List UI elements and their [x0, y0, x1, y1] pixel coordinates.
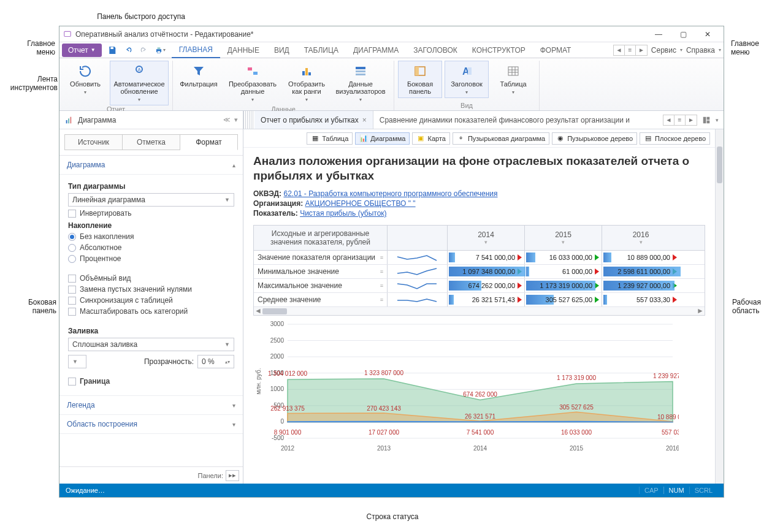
ribbon-filter[interactable]: Фильтрация	[177, 61, 221, 91]
invert-checkbox[interactable]: Инвертировать	[68, 209, 234, 218]
layout-dropdown-icon[interactable]: ▾	[716, 117, 719, 123]
work-vscroll[interactable]	[715, 129, 724, 484]
th-2016[interactable]: 2016▾	[602, 226, 679, 250]
data-cell: 305 527 625,00	[525, 293, 602, 306]
ribbon-refresh[interactable]: Обновить▾	[63, 61, 107, 98]
okved-link[interactable]: 62.01 - Разработка компьютерного програм…	[283, 189, 497, 198]
svg-text:1 323 807 000: 1 323 807 000	[364, 370, 403, 376]
layout-icon[interactable]	[702, 116, 711, 124]
close-button[interactable]: ✕	[695, 26, 720, 42]
tab-header[interactable]: ЗАГОЛОВОК	[406, 42, 464, 58]
save-icon[interactable]	[107, 45, 118, 56]
ribbon-vis-data[interactable]: Данные визуализаторов▾	[331, 61, 390, 105]
app-window: Оперативный анализ отчётности - Редактир…	[59, 26, 724, 498]
panel-menu-icon[interactable]: ▾	[234, 116, 238, 124]
print-icon[interactable]: ▾	[155, 45, 166, 56]
ribbon-auto-refresh[interactable]: AАвтоматическое обновление▾	[110, 61, 169, 105]
okved-key: ОКВЭД:	[253, 189, 281, 198]
sync-table-checkbox[interactable]: Синхронизация с таблицей	[68, 296, 234, 305]
tab-designer[interactable]: КОНСТРУКТОР	[465, 42, 533, 58]
panels-next-button[interactable]: ▸▸	[226, 470, 239, 481]
ribbon-transform[interactable]: Преобразовать данные▾	[223, 61, 282, 105]
vis-bubble-tree[interactable]: ◉Пузырьковое дерево	[552, 132, 637, 145]
minimize-button[interactable]: —	[646, 26, 671, 42]
ribbon-table-view[interactable]: Таблица▾	[491, 61, 535, 98]
close-tab-icon[interactable]: ×	[362, 116, 367, 124]
acc-plot-area[interactable]: Область построения▾	[59, 415, 243, 434]
status-text: Ожидание…	[66, 487, 105, 494]
vis-treemap[interactable]: ▤Плоское дерево	[640, 132, 710, 145]
ribbon-sidepanel[interactable]: Боковая панель	[398, 61, 442, 98]
splitter[interactable]	[243, 111, 254, 129]
acc-legend[interactable]: Легенда▾	[59, 396, 243, 415]
area-chart: -500050010001500200025003000млн. руб.1 3…	[253, 319, 705, 454]
side-tab-source[interactable]: Источник	[64, 134, 123, 150]
collapse-panel-icon[interactable]: ≪	[223, 116, 231, 124]
svg-rect-16	[415, 67, 419, 75]
org-link[interactable]: АКЦИОНЕРНОЕ ОБЩЕСТВО " "	[305, 199, 416, 208]
border-checkbox[interactable]: Граница	[68, 377, 234, 386]
fill-select[interactable]: Сплошная заливка▼	[68, 338, 234, 351]
volume3d-checkbox[interactable]: Объёмный вид	[68, 274, 234, 283]
table-mini-icon: ▦	[311, 134, 319, 143]
vis-chart[interactable]: 📊Диаграмма	[355, 132, 410, 145]
vis-data-icon	[352, 64, 369, 78]
replace-empty-checkbox[interactable]: Замена пустых значений нулями	[68, 285, 234, 294]
treemap-mini-icon: ▤	[644, 134, 652, 143]
opacity-label: Прозрачность:	[90, 357, 194, 366]
tab-view[interactable]: ВИД	[267, 42, 297, 58]
vis-map[interactable]: ▣Карта	[412, 132, 449, 145]
vis-table[interactable]: ▦Таблица	[307, 132, 353, 145]
table-hscroll[interactable]: ◄►	[254, 306, 705, 315]
titlebar: Оперативный анализ отчётности - Редактир…	[59, 26, 724, 42]
accum-pct[interactable]: Процентное	[68, 254, 234, 263]
fill-color-picker[interactable]: ▼	[68, 355, 86, 368]
org-key: Организация:	[253, 199, 303, 208]
quick-access-toolbar: ▾	[107, 45, 166, 56]
opacity-input[interactable]: 0 %▴▾	[197, 355, 234, 368]
row-label[interactable]: Минимальное значение≡	[254, 265, 388, 278]
ribbon-group-view-label: Вид	[461, 102, 473, 110]
ind-link[interactable]: Чистая прибыль (убыток)	[300, 209, 386, 218]
svg-text:2500: 2500	[270, 336, 285, 343]
redo-icon[interactable]	[139, 45, 150, 56]
tab-data[interactable]: ДАННЫЕ	[220, 42, 267, 58]
doc-tab-nav[interactable]: ◄≡►	[663, 115, 697, 126]
th-label[interactable]: Исходные и агрегированные значения показ…	[254, 226, 388, 250]
row-label[interactable]: Среднее значение≡	[254, 293, 388, 306]
th-2014[interactable]: 2014▾	[448, 226, 525, 250]
tab-main[interactable]: ГЛАВНАЯ	[172, 42, 220, 58]
th-2015[interactable]: 2015▾	[525, 226, 602, 250]
maximize-button[interactable]: ▢	[671, 26, 695, 42]
side-tab-mark[interactable]: Отметка	[123, 134, 180, 150]
app-icon	[63, 30, 72, 39]
scale-axis-checkbox[interactable]: Масштабировать ось категорий	[68, 307, 234, 316]
undo-icon[interactable]	[123, 45, 134, 56]
menu-help[interactable]: Справка	[686, 46, 715, 55]
tab-nav-buttons[interactable]: ◄≡►	[613, 45, 648, 56]
menu-service[interactable]: Сервис	[651, 46, 676, 55]
panels-label: Панели:	[198, 472, 223, 479]
svg-rect-25	[68, 118, 69, 123]
row-label[interactable]: Максимальное значение≡	[254, 279, 388, 292]
chart-mini-icon: 📊	[359, 134, 368, 143]
ribbon-title[interactable]: AЗаголовок▾	[445, 61, 489, 98]
acc-diagram-header[interactable]: Диаграмма▴	[59, 156, 243, 175]
callout-main-menu-left: Главное меню	[12, 39, 55, 57]
ribbon-ranks[interactable]: Отобразить как ранги▾	[285, 61, 329, 105]
side-tab-format[interactable]: Формат	[180, 134, 238, 150]
accum-abs[interactable]: Абсолютное	[68, 243, 234, 252]
row-label[interactable]: Значение показателя организации≡	[254, 251, 388, 264]
doc-tab-active[interactable]: Отчет о прибылях и убытках×	[254, 111, 373, 129]
tab-table[interactable]: ТАБЛИЦА	[297, 42, 346, 58]
svg-rect-26	[70, 116, 71, 123]
data-cell: 7 541 000,00	[448, 251, 525, 264]
accum-none[interactable]: Без накопления	[68, 232, 234, 241]
doc-tab-other[interactable]: Сравнение динамики показателей финансово…	[373, 111, 658, 129]
side-panel: Диаграмма ≪ ▾ Источник Отметка Формат Ди…	[59, 111, 243, 484]
report-menu-button[interactable]: Отчет▼	[62, 44, 102, 57]
tab-chart[interactable]: ДИАГРАММА	[346, 42, 406, 58]
tab-format[interactable]: ФОРМАТ	[533, 42, 579, 58]
vis-bubble[interactable]: ⚬Пузырьковая диаграмма	[453, 132, 549, 145]
type-select[interactable]: Линейная диаграмма▼	[68, 193, 234, 207]
